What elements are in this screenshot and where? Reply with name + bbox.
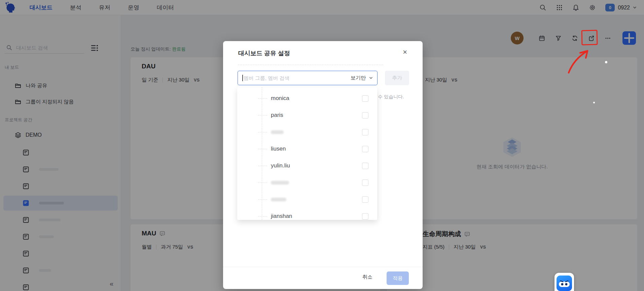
member-checkbox[interactable] <box>362 196 368 203</box>
permission-value: 보기만 <box>351 75 366 81</box>
cancel-button[interactable]: 취소 <box>362 274 372 280</box>
divider-dashed <box>238 65 383 65</box>
member-name: jianshan <box>271 213 292 220</box>
member-name: liusen <box>271 146 286 152</box>
annotation-red-arrow <box>559 44 599 77</box>
text-cursor <box>242 75 243 81</box>
redacted-name <box>271 198 286 201</box>
member-row-redacted[interactable] <box>237 124 377 140</box>
member-search-input[interactable] <box>244 75 351 81</box>
app-screen: 대시보드 분석 유저 운영 데이터 0 <box>0 0 644 291</box>
member-dropdown-panel: monica paris liusen yulin.liu <box>237 87 377 220</box>
member-row[interactable]: monica <box>237 90 377 107</box>
member-row[interactable]: jianshan <box>237 208 377 220</box>
chat-widget-button[interactable] <box>554 273 574 291</box>
share-settings-modal: 대시보드 공유 설정 × 보기만 추가 수 있습니다. monica <box>223 41 423 289</box>
member-checkbox[interactable] <box>362 112 368 119</box>
chevron-down-icon <box>369 76 373 80</box>
member-search-box: 보기만 <box>238 71 378 85</box>
member-row-redacted[interactable] <box>237 191 377 208</box>
member-row[interactable]: yulin.liu <box>237 157 377 174</box>
redacted-name <box>271 181 289 185</box>
member-row[interactable]: liusen <box>237 140 377 157</box>
apply-button[interactable]: 적용 <box>387 271 409 285</box>
modal-footer: 취소 적용 <box>223 267 423 289</box>
member-checkbox[interactable] <box>362 180 368 186</box>
member-checkbox[interactable] <box>362 213 368 220</box>
annotation-white-dot <box>593 102 595 103</box>
share-hint-fragment: 수 있습니다. <box>378 94 404 100</box>
chat-bot-icon <box>557 276 572 291</box>
redacted-name <box>271 130 284 134</box>
close-icon[interactable]: × <box>403 48 407 56</box>
member-row[interactable]: paris <box>237 107 377 124</box>
member-checkbox[interactable] <box>362 95 368 102</box>
member-checkbox[interactable] <box>362 163 368 169</box>
member-checkbox[interactable] <box>362 129 368 135</box>
member-row-redacted[interactable] <box>237 174 377 191</box>
member-name: monica <box>271 95 289 102</box>
member-name: paris <box>271 112 283 119</box>
member-checkbox[interactable] <box>362 146 368 152</box>
permission-select[interactable]: 보기만 <box>351 75 373 81</box>
add-member-button[interactable]: 추가 <box>385 71 409 85</box>
member-name: yulin.liu <box>271 162 290 169</box>
modal-title: 대시보드 공유 설정 <box>238 49 290 57</box>
annotation-white-dot <box>605 61 607 63</box>
annotation-red-rectangle <box>581 30 598 45</box>
